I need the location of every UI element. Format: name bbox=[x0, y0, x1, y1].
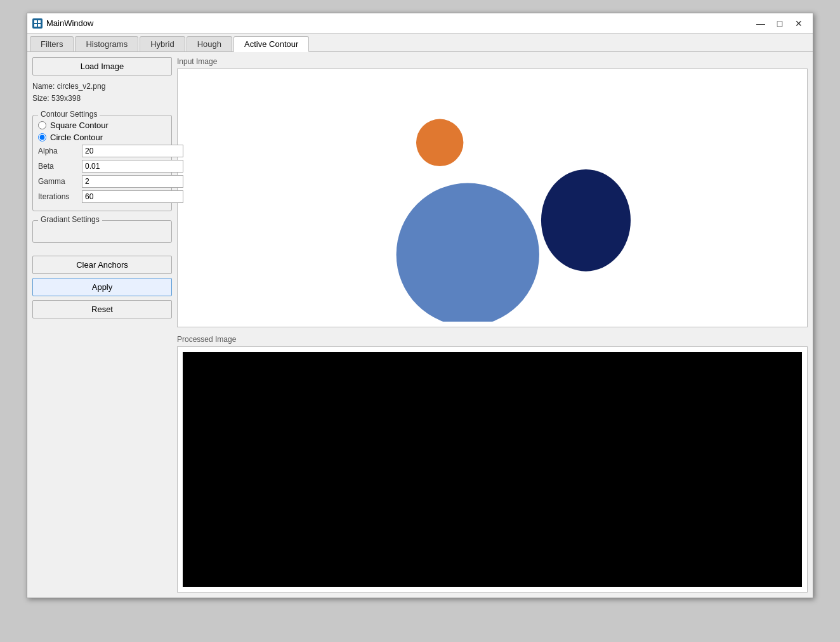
gamma-label: Gamma bbox=[38, 177, 79, 186]
tab-bar: Filters Histograms Hybrid Hough Active C… bbox=[27, 34, 813, 52]
gamma-row: Gamma bbox=[38, 175, 166, 188]
processed-canvas bbox=[183, 352, 802, 587]
file-size-label: Size: bbox=[32, 94, 51, 103]
input-image-container bbox=[177, 69, 808, 327]
file-name-value: circles_v2.png bbox=[57, 82, 106, 91]
file-size-value: 539x398 bbox=[51, 94, 81, 103]
svg-point-5 bbox=[416, 119, 463, 166]
file-name-label: Name: bbox=[32, 82, 57, 91]
contour-settings-title: Contour Settings bbox=[38, 110, 100, 119]
svg-rect-2 bbox=[34, 24, 37, 27]
load-image-button[interactable]: Load Image bbox=[32, 57, 172, 75]
clear-anchors-button[interactable]: Clear Anchors bbox=[32, 256, 172, 274]
iterations-input[interactable] bbox=[82, 190, 183, 203]
main-window: MainWindow — □ ✕ Filters Histograms Hybr… bbox=[27, 13, 813, 598]
svg-point-7 bbox=[541, 169, 631, 272]
tab-histograms[interactable]: Histograms bbox=[75, 36, 138, 51]
circle-contour-label: Circle Contour bbox=[50, 133, 103, 142]
input-canvas bbox=[183, 74, 802, 322]
beta-label: Beta bbox=[38, 162, 79, 171]
minimize-button[interactable]: — bbox=[752, 16, 770, 31]
circle-contour-row: Circle Contour bbox=[38, 133, 166, 142]
title-bar: MainWindow — □ ✕ bbox=[27, 13, 813, 34]
beta-input[interactable] bbox=[82, 160, 183, 173]
square-contour-label: Square Contour bbox=[50, 121, 108, 130]
svg-rect-1 bbox=[38, 20, 41, 23]
tab-filters[interactable]: Filters bbox=[30, 36, 74, 51]
processed-image-label: Processed Image bbox=[177, 335, 808, 344]
square-contour-row: Square Contour bbox=[38, 121, 166, 130]
iterations-label: Iterations bbox=[38, 192, 79, 201]
gradient-settings-title: Gradiant Settings bbox=[38, 215, 102, 224]
window-controls: — □ ✕ bbox=[752, 16, 808, 31]
square-contour-radio[interactable] bbox=[38, 121, 46, 129]
input-image-section: Input Image bbox=[177, 57, 808, 327]
maximize-button[interactable]: □ bbox=[771, 16, 789, 31]
file-info: Name: circles_v2.png Size: 539x398 bbox=[32, 79, 172, 106]
apply-button[interactable]: Apply bbox=[32, 278, 172, 296]
app-icon bbox=[32, 18, 43, 29]
contour-settings-group: Contour Settings Square Contour Circle C… bbox=[32, 115, 172, 211]
input-image-svg bbox=[183, 74, 802, 322]
window-title: MainWindow bbox=[46, 18, 93, 28]
tab-hough[interactable]: Hough bbox=[187, 36, 232, 51]
gradient-settings-group: Gradiant Settings bbox=[32, 220, 172, 243]
file-size-row: Size: 539x398 bbox=[32, 93, 172, 105]
file-name-row: Name: circles_v2.png bbox=[32, 81, 172, 93]
circle-contour-radio[interactable] bbox=[38, 133, 46, 141]
iterations-row: Iterations bbox=[38, 190, 166, 203]
alpha-row: Alpha bbox=[38, 145, 166, 157]
svg-point-6 bbox=[397, 183, 539, 322]
main-content: Load Image Name: circles_v2.png Size: 53… bbox=[27, 52, 813, 598]
alpha-input[interactable] bbox=[82, 145, 183, 157]
reset-button[interactable]: Reset bbox=[32, 300, 172, 318]
beta-row: Beta bbox=[38, 160, 166, 173]
svg-rect-3 bbox=[38, 24, 41, 27]
image-panels: Input Image bbox=[177, 57, 808, 593]
alpha-label: Alpha bbox=[38, 147, 79, 155]
input-image-label: Input Image bbox=[177, 57, 808, 66]
close-button[interactable]: ✕ bbox=[790, 16, 808, 31]
title-bar-left: MainWindow bbox=[32, 18, 93, 29]
processed-image-container bbox=[177, 346, 808, 593]
tab-hybrid[interactable]: Hybrid bbox=[140, 36, 185, 51]
svg-rect-0 bbox=[34, 20, 37, 23]
processed-image-section: Processed Image bbox=[177, 335, 808, 593]
gamma-input[interactable] bbox=[82, 175, 183, 188]
tab-active-contour[interactable]: Active Contour bbox=[233, 36, 309, 52]
sidebar: Load Image Name: circles_v2.png Size: 53… bbox=[32, 57, 172, 593]
